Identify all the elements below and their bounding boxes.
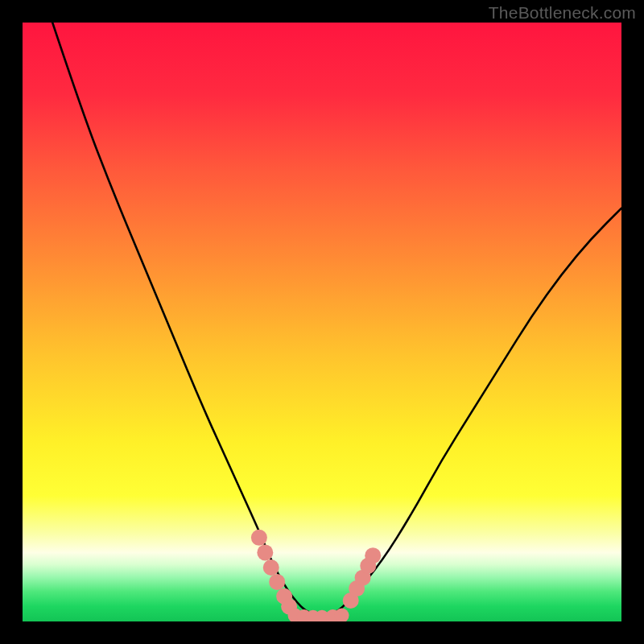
pink-dot <box>251 530 267 546</box>
bottleneck-curve <box>52 23 621 616</box>
pink-dots <box>251 530 381 621</box>
chart-frame: TheBottleneck.com <box>0 0 644 644</box>
pink-dot <box>257 544 273 560</box>
watermark-text: TheBottleneck.com <box>489 3 636 23</box>
plot-area <box>23 23 621 621</box>
pink-dot <box>335 609 349 621</box>
curve-layer <box>23 23 621 621</box>
pink-dot <box>365 547 381 564</box>
pink-dot <box>269 574 285 590</box>
pink-dot <box>263 559 279 576</box>
